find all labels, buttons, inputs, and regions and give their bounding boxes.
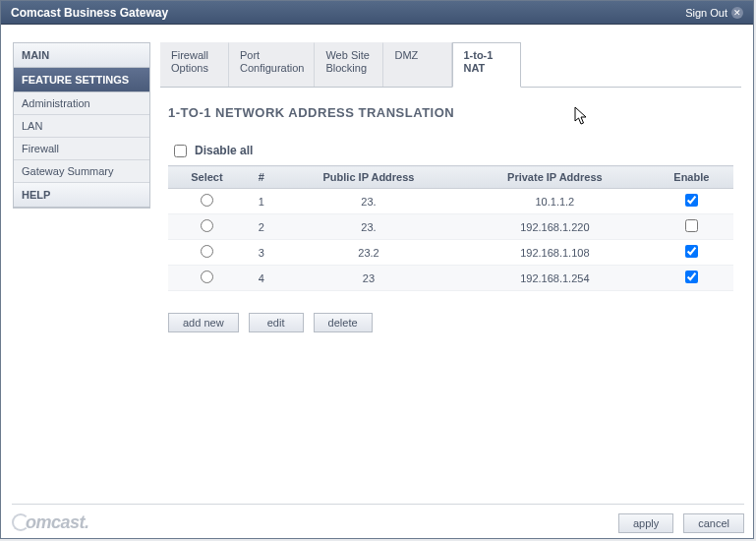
tab-port-configuration[interactable]: Port Configuration xyxy=(229,42,315,87)
table-row: 4 23 192.168.1.254 xyxy=(168,266,733,291)
row-select-radio[interactable] xyxy=(201,194,213,207)
sidebar-section-feature-settings[interactable]: FEATURE SETTINGS xyxy=(14,68,149,92)
delete-button[interactable]: delete xyxy=(314,313,373,332)
sign-out-link[interactable]: Sign Out ✕ xyxy=(685,7,743,19)
row-num: 1 xyxy=(246,189,277,214)
row-enable-checkbox[interactable] xyxy=(685,270,698,283)
col-private-ip: Private IP Address xyxy=(460,166,650,189)
table-row: 3 23.2 192.168.1.108 xyxy=(168,240,733,266)
sidebar-item-gateway-summary[interactable]: Gateway Summary xyxy=(14,160,149,183)
row-public: 23.2 xyxy=(277,240,460,266)
page-content: 1-TO-1 NETWORK ADDRESS TRANSLATION Disab… xyxy=(160,88,741,350)
comcast-logo: omcast. xyxy=(12,512,89,533)
table-row: 1 23. 10.1.1.2 xyxy=(168,189,733,214)
table-row: 2 23. 192.168.1.220 xyxy=(168,214,733,240)
sidebar: MAIN FEATURE SETTINGS Administration LAN… xyxy=(13,42,150,209)
titlebar: Comcast Business Gateway Sign Out ✕ xyxy=(1,1,753,25)
action-buttons: add new edit delete xyxy=(168,313,733,332)
tab-bar: Firewall Options Port Configuration Web … xyxy=(160,42,741,88)
col-enable: Enable xyxy=(650,166,733,189)
row-private: 192.168.1.254 xyxy=(460,266,650,291)
app-title: Comcast Business Gateway xyxy=(11,6,168,20)
footer: omcast. apply cancel xyxy=(12,504,744,533)
row-num: 4 xyxy=(246,266,277,291)
row-private: 10.1.1.2 xyxy=(460,189,650,214)
edit-button[interactable]: edit xyxy=(249,313,304,332)
row-select-radio[interactable] xyxy=(201,245,213,258)
row-public: 23. xyxy=(277,189,460,214)
row-enable-checkbox[interactable] xyxy=(685,219,698,232)
row-select-radio[interactable] xyxy=(201,270,213,283)
cancel-button[interactable]: cancel xyxy=(683,513,744,533)
disable-all-row: Disable all xyxy=(168,144,733,157)
disable-all-label: Disable all xyxy=(195,144,253,157)
sidebar-section-help[interactable]: HELP xyxy=(14,183,149,208)
disable-all-checkbox[interactable] xyxy=(174,145,187,157)
sidebar-item-lan[interactable]: LAN xyxy=(14,115,149,138)
main-panel: Firewall Options Port Configuration Web … xyxy=(160,42,741,471)
sidebar-item-administration[interactable]: Administration xyxy=(14,92,149,115)
page-title: 1-TO-1 NETWORK ADDRESS TRANSLATION xyxy=(168,105,733,120)
sidebar-item-firewall[interactable]: Firewall xyxy=(14,138,149,160)
sidebar-section-main[interactable]: MAIN xyxy=(14,43,149,68)
nat-table: Select # Public IP Address Private IP Ad… xyxy=(168,165,733,291)
tab-firewall-options[interactable]: Firewall Options xyxy=(160,42,229,87)
col-public-ip: Public IP Address xyxy=(277,166,460,189)
row-private: 192.168.1.220 xyxy=(460,214,650,240)
add-new-button[interactable]: add new xyxy=(168,313,239,332)
tab-1to1-nat[interactable]: 1-to-1 NAT xyxy=(452,42,521,88)
col-number: # xyxy=(246,166,277,189)
sign-out-label: Sign Out xyxy=(685,7,727,19)
close-icon: ✕ xyxy=(731,7,743,19)
tab-dmz[interactable]: DMZ xyxy=(383,42,452,87)
row-enable-checkbox[interactable] xyxy=(685,194,698,207)
row-private: 192.168.1.108 xyxy=(460,240,650,266)
col-select: Select xyxy=(168,166,246,189)
row-num: 2 xyxy=(246,214,277,240)
row-public: 23 xyxy=(277,266,460,291)
row-num: 3 xyxy=(246,240,277,266)
nat-table-body: 1 23. 10.1.1.2 2 23. 192.168.1.220 xyxy=(168,189,733,291)
row-enable-checkbox[interactable] xyxy=(685,245,698,258)
row-select-radio[interactable] xyxy=(201,219,213,232)
row-public: 23. xyxy=(277,214,460,240)
logo-text: omcast. xyxy=(26,512,89,532)
apply-button[interactable]: apply xyxy=(618,513,673,533)
tab-web-site-blocking[interactable]: Web Site Blocking xyxy=(315,42,383,87)
